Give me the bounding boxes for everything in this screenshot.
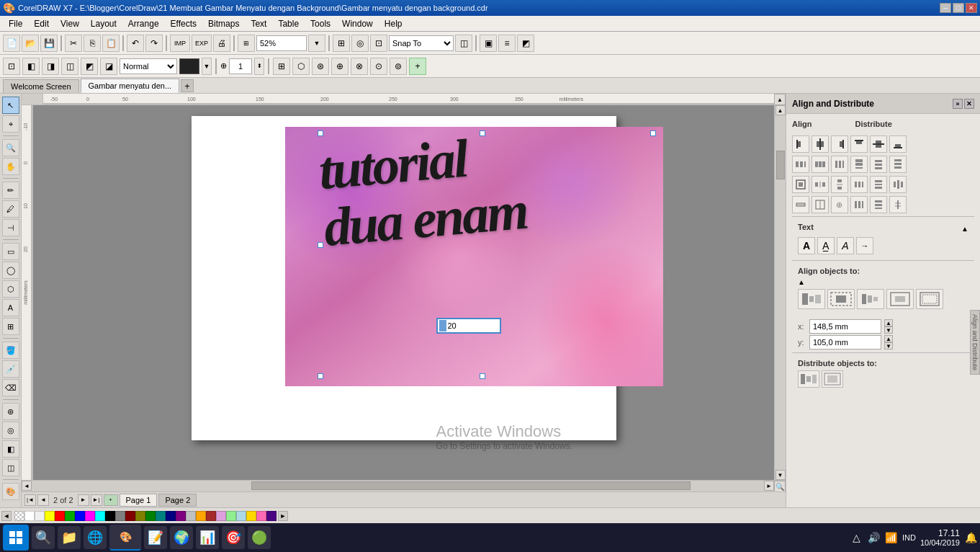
menu-arrange[interactable]: Arrange	[122, 17, 165, 30]
align-top-btn[interactable]	[850, 135, 868, 153]
color-swatch-darkred[interactable]	[125, 511, 135, 521]
vscroll-up[interactable]: ▲	[774, 94, 786, 105]
page-last[interactable]: ►|	[91, 494, 102, 506]
color-swatch-black[interactable]	[105, 511, 115, 521]
maximize-button[interactable]: □	[953, 3, 964, 13]
align-center-h-btn[interactable]	[812, 135, 829, 153]
tb2-add-btn[interactable]: +	[409, 58, 426, 75]
color-swatch-magenta[interactable]	[85, 511, 95, 521]
menu-window[interactable]: Window	[336, 17, 379, 30]
tool-ellipse[interactable]: ◯	[2, 262, 19, 279]
paste-button[interactable]: 📋	[102, 35, 120, 52]
dist-extra4[interactable]	[850, 196, 868, 213]
save-button[interactable]: 💾	[40, 35, 58, 52]
tb2-btn4[interactable]: ◫	[61, 58, 78, 75]
align-extra1[interactable]	[792, 196, 809, 213]
tool-node[interactable]: ⌖	[2, 115, 19, 133]
menu-table[interactable]: Table	[272, 17, 305, 30]
tool-select[interactable]: ↖	[2, 97, 19, 114]
tb2-extra5[interactable]: ⊗	[351, 58, 368, 75]
start-button[interactable]	[3, 525, 29, 551]
open-button[interactable]: 📂	[22, 35, 39, 52]
color-swatch-brown[interactable]	[206, 511, 216, 521]
tool-eraser[interactable]: ⌫	[2, 379, 19, 396]
tb2-extra2[interactable]: ⬡	[292, 58, 310, 75]
tb2-btn2[interactable]: ◧	[22, 58, 40, 75]
sys-notifications[interactable]: 🔔	[964, 531, 977, 544]
align-to-margin[interactable]	[916, 289, 943, 309]
text-align-A1[interactable]: A	[798, 237, 815, 254]
menu-text[interactable]: Text	[245, 17, 272, 30]
fill-color-box[interactable]	[179, 58, 199, 74]
new-button[interactable]: 📄	[3, 35, 20, 52]
menu-help[interactable]: Help	[379, 17, 408, 30]
align-spread-v-btn[interactable]	[831, 176, 848, 193]
sys-tray-volume[interactable]: 🔊	[868, 531, 881, 544]
app6-taskbar[interactable]: 🟢	[248, 526, 271, 549]
text-align-A2[interactable]: A̲	[817, 237, 835, 254]
page-add[interactable]: +	[104, 494, 118, 506]
publish-btn[interactable]: ◩	[517, 35, 534, 52]
dist-extra1-btn[interactable]	[850, 176, 868, 193]
hscroll-left[interactable]: ◄	[22, 481, 32, 491]
page-tab-2[interactable]: Page 2	[158, 494, 197, 507]
hscroll-right[interactable]: ►	[764, 481, 774, 491]
align-spread-h-btn[interactable]	[812, 176, 829, 193]
file-explorer-taskbar[interactable]: 📁	[58, 526, 81, 549]
zoom-fit-button[interactable]: ⊞	[238, 35, 255, 52]
copy-button[interactable]: ⎘	[84, 35, 101, 52]
color-swatch-gold[interactable]	[246, 511, 256, 521]
dist-to-selection[interactable]	[798, 370, 819, 388]
opacity-spinner[interactable]: ⬍	[254, 58, 264, 75]
document-canvas[interactable]: tutorial dua enam 20	[285, 127, 663, 386]
notepad-taskbar[interactable]: 📝	[144, 526, 167, 549]
menu-view[interactable]: View	[55, 17, 85, 30]
sys-tray-network[interactable]: 📶	[885, 531, 898, 544]
fill-color-arrow[interactable]: ▼	[202, 58, 212, 75]
vscroll-thumb[interactable]	[776, 151, 785, 179]
color-swatch-gray[interactable]	[115, 511, 125, 521]
zoom-expand-button[interactable]: ▼	[308, 35, 325, 52]
align-center-v-btn[interactable]	[870, 135, 887, 153]
color-swatch-red[interactable]	[55, 511, 65, 521]
page-next[interactable]: ►	[78, 494, 89, 506]
color-swatch-olive[interactable]	[135, 511, 145, 521]
dist-bottom-btn[interactable]	[889, 156, 907, 173]
tb2-extra7[interactable]: ⊚	[390, 58, 407, 75]
align-to-selection[interactable]	[798, 289, 825, 309]
color-swatch-none[interactable]	[14, 511, 24, 521]
snap-to-select[interactable]: Snap To	[389, 35, 454, 51]
snap-btn2[interactable]: ◫	[455, 35, 472, 52]
color-swatch-blue[interactable]	[75, 511, 85, 521]
color-swatch-ltgray[interactable]	[35, 511, 45, 521]
tool-text[interactable]: A	[2, 299, 19, 316]
browser-taskbar[interactable]: 🌐	[84, 526, 107, 549]
color-swatch-white[interactable]	[24, 511, 35, 521]
tb2-extra3[interactable]: ⊛	[312, 58, 329, 75]
menu-tools[interactable]: Tools	[305, 17, 336, 30]
tool-transparency[interactable]: ◫	[2, 459, 19, 476]
color-swatch-navy[interactable]	[166, 511, 176, 521]
import-button[interactable]: IMP	[170, 35, 190, 52]
popup-input[interactable]: 20	[446, 321, 490, 330]
vscroll-down-bottom[interactable]: ▼	[776, 470, 786, 480]
cut-button[interactable]: ✂	[65, 35, 82, 52]
dist-center-h-btn[interactable]	[812, 156, 829, 173]
tool-smart-draw[interactable]: 🖊	[2, 200, 19, 218]
undo-button[interactable]: ↶	[127, 35, 144, 52]
color-swatch-ltgreen[interactable]	[226, 511, 236, 521]
tool-shadow[interactable]: ◧	[2, 440, 19, 458]
word-taskbar[interactable]: 📊	[196, 526, 219, 549]
dist-extra5[interactable]	[870, 196, 887, 213]
hscroll-thumb[interactable]	[251, 481, 691, 490]
align-to-page[interactable]	[886, 289, 914, 309]
color-swatch-green[interactable]	[65, 511, 75, 521]
export-button[interactable]: EXP	[192, 35, 212, 52]
blend-mode-select[interactable]: Normal	[120, 58, 177, 74]
side-panel-tab[interactable]: Align and Distribute	[970, 310, 980, 375]
tb2-extra4[interactable]: ⊕	[331, 58, 349, 75]
sys-clock[interactable]: 17.11 10/04/2019	[920, 528, 960, 547]
x-spin-down[interactable]: ▼	[884, 326, 893, 334]
tb2-extra6[interactable]: ⊙	[370, 58, 387, 75]
print-button[interactable]: 🖨	[213, 35, 230, 52]
